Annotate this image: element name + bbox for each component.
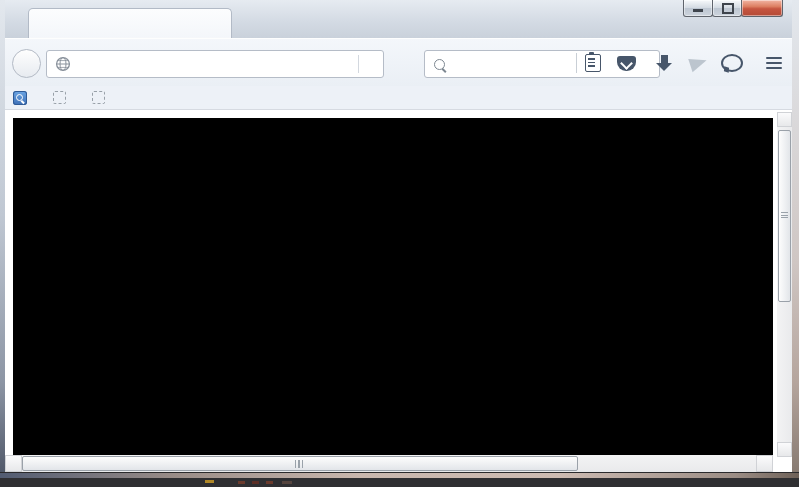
minimize-icon: [693, 9, 703, 12]
webgl-pointcloud-canvas[interactable]: [13, 118, 773, 455]
bookmark-placeholder-icon: [92, 91, 105, 104]
menu-icon: [766, 57, 782, 60]
maximize-icon: [722, 3, 734, 14]
minimize-button[interactable]: [683, 0, 713, 17]
downloads-button[interactable]: [652, 50, 676, 76]
share-button[interactable]: [686, 50, 710, 76]
window-controls: [684, 0, 783, 17]
close-button[interactable]: [741, 0, 783, 17]
bookmarks-bar: [5, 86, 792, 110]
pocket-icon: [617, 56, 636, 71]
globe-icon: [55, 56, 71, 72]
most-visited-icon: [13, 91, 27, 105]
scroll-down-button[interactable]: [777, 442, 792, 457]
download-icon: [656, 55, 672, 71]
toolbar-divider: [576, 53, 577, 73]
desktop-background: [0, 478, 799, 487]
tab-hypack-cloud-display[interactable]: [28, 8, 232, 39]
tab-close-icon[interactable]: [208, 15, 224, 31]
back-button[interactable]: [12, 49, 41, 78]
navigation-toolbar: [5, 38, 792, 87]
scroll-left-button[interactable]: [5, 455, 22, 472]
chat-bubble-icon: [721, 54, 743, 72]
vertical-scrollbar[interactable]: [777, 112, 792, 457]
horizontal-scrollbar-thumb[interactable]: [22, 456, 578, 471]
bookmarks-icon: [585, 54, 601, 72]
scrollbar-grip: [295, 460, 303, 468]
bookmarks-menu-button[interactable]: [582, 50, 604, 76]
scroll-right-button[interactable]: [756, 455, 773, 472]
bookmark-most-visited[interactable]: [13, 91, 33, 105]
url-bar[interactable]: [46, 50, 384, 78]
horizontal-scrollbar[interactable]: [5, 455, 773, 472]
window-border-right: [792, 0, 799, 478]
bookmark-star-button[interactable]: [549, 50, 573, 76]
browser-window: [0, 0, 799, 478]
scroll-up-button[interactable]: [777, 112, 792, 127]
share-icon: [688, 54, 708, 73]
bookmark-ais-document[interactable]: [92, 91, 111, 104]
screen: [0, 0, 799, 487]
search-icon: [434, 59, 445, 70]
window-border-left: [0, 0, 5, 478]
maximize-button[interactable]: [712, 0, 742, 17]
new-tab-button[interactable]: [237, 13, 263, 35]
bookmark-getting-started[interactable]: [53, 91, 72, 104]
bookmark-placeholder-icon: [53, 91, 66, 104]
page-content: [5, 110, 792, 472]
url-divider: [358, 55, 359, 73]
titlebar[interactable]: [5, 0, 792, 38]
vertical-scrollbar-thumb[interactable]: [778, 130, 791, 302]
hello-button[interactable]: [719, 50, 745, 76]
pocket-button[interactable]: [614, 50, 638, 76]
menu-button[interactable]: [762, 50, 786, 76]
scrollbar-grip: [781, 212, 788, 220]
